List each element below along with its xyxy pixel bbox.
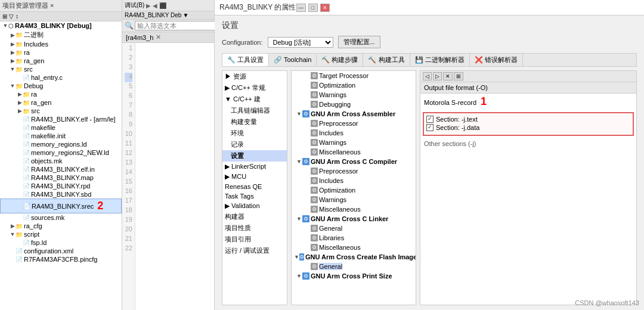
tree-item-9[interactable]: ▶📁ra	[0, 90, 122, 98]
props-btn-3[interactable]: ✕	[443, 72, 453, 80]
tree-item-7[interactable]: 📄hal_entry.c	[0, 73, 122, 82]
settings-menu-item[interactable]: 环境	[222, 128, 287, 139]
line-number-15: 15	[125, 178, 132, 187]
tree-item-25[interactable]: ▼📁script	[0, 230, 122, 238]
build-tree-item[interactable]: ⚙Miscellaneous	[292, 204, 416, 214]
section-row: Section: -j.text	[426, 116, 630, 123]
build-tree-item[interactable]: ▼⚙GNU Arm Cross C Linker	[292, 214, 416, 224]
tree-item-label: RA4M3_BLINKY.map	[31, 174, 94, 181]
build-tree-item[interactable]: ⚙Warnings	[292, 195, 416, 204]
tree-item-23[interactable]: 📄sources.mk	[0, 213, 122, 222]
tree-item-11[interactable]: ▶📁src	[0, 107, 122, 115]
props-btn-4[interactable]: ⊞	[454, 72, 463, 80]
build-tree-item[interactable]: ▼⚙GNU Arm Cross Create Flash Image	[292, 252, 416, 262]
build-tree-item[interactable]: ⚙Target Processor	[292, 71, 416, 80]
settings-menu-item[interactable]: ▶ LinkerScript	[222, 162, 287, 172]
build-tree-item[interactable]: ⚙General	[292, 224, 416, 233]
tree-item-22[interactable]: 📄RA4M3_BLINKY.srec2	[0, 199, 122, 213]
settings-menu-item[interactable]: 工具链编辑器	[222, 105, 287, 116]
tab-binary[interactable]: 💾 二进制解析器	[410, 54, 470, 66]
tree-item-15[interactable]: 📄memory_regions.ld	[0, 140, 122, 148]
tree-item-4[interactable]: ▶📁ra	[0, 48, 122, 57]
tree-item-18[interactable]: 📄RA4M3_BLINKY.elf.in	[0, 165, 122, 173]
build-tree-item[interactable]: ⚙Libraries	[292, 233, 416, 243]
tree-item-20[interactable]: 📄RA4M3_BLINKY.rpd	[0, 182, 122, 190]
settings-menu-item[interactable]: 项目性质	[222, 222, 287, 234]
tree-item-1[interactable]: ▼⬡RA4M3_BLINKY [Debug]	[0, 21, 122, 30]
toolbar-icon-1[interactable]: ⊞	[2, 13, 7, 20]
settings-menu-item[interactable]: 运行 / 调试设置	[222, 245, 287, 256]
tree-item-5[interactable]: ▶📁ra_gen	[0, 57, 122, 65]
maximize-button[interactable]: □	[308, 4, 318, 12]
props-btn-1[interactable]: ◁	[423, 72, 432, 80]
tab-buildsteps[interactable]: 🔨 构建步骤	[317, 54, 363, 66]
tree-item-17[interactable]: 📄objects.mk	[0, 157, 122, 165]
close-button[interactable]: ✕	[320, 4, 330, 12]
manage-config-button[interactable]: 管理配置...	[338, 36, 380, 48]
build-tree-item[interactable]: ▼⚙GNU Arm Cross C Compiler	[292, 157, 416, 166]
tab-close-icon[interactable]: ✕	[156, 33, 161, 41]
build-tree-item[interactable]: ⚙Optimization	[292, 80, 416, 90]
settings-menu-item[interactable]: 构建变量	[222, 116, 287, 128]
build-tree-item[interactable]: ⚙Includes	[292, 128, 416, 138]
checkbox-icon[interactable]	[426, 116, 434, 123]
tab-error[interactable]: ❌ 错误解析器	[470, 54, 523, 66]
settings-menu-item[interactable]: ▶ 资源	[222, 71, 287, 82]
toolbar-icon-3[interactable]: ↕	[16, 13, 18, 20]
build-tree-item[interactable]: ▼⚙GNU Arm Cross Assembler	[292, 109, 416, 119]
tree-item-16[interactable]: 📄memory_regions2_NEW.ld	[0, 148, 122, 157]
toolbar-btn-debug[interactable]: 调试(B)	[125, 1, 144, 10]
rtree-label: Miscellaneous	[319, 148, 361, 156]
tree-item-28[interactable]: 📄R7FA4M3AF3CFB.pincfg	[0, 255, 122, 264]
rtree-icon: ⚙	[311, 225, 318, 232]
settings-menu-item[interactable]: Renesas QE	[222, 182, 287, 191]
build-tree-item[interactable]: ⚙Miscellaneous	[292, 243, 416, 252]
tab-toolchain[interactable]: 🔗 Toolchain	[269, 54, 317, 66]
settings-menu-item[interactable]: 记录	[222, 139, 287, 150]
tab-tools[interactable]: 🔧 工具设置	[222, 54, 269, 66]
settings-menu-item[interactable]: 项目引用	[222, 234, 287, 245]
tab-buildtools[interactable]: 🔨 构建工具	[363, 54, 410, 66]
checkbox-icon[interactable]	[426, 124, 434, 131]
tree-item-13[interactable]: 📄makefile	[0, 123, 122, 132]
tree-item-14[interactable]: 📄makefile.init	[0, 132, 122, 140]
line-number-17: 17	[125, 197, 132, 206]
build-tree-item[interactable]: ⚙Includes	[292, 176, 416, 185]
build-tree-item[interactable]: ⚙Warnings	[292, 138, 416, 147]
toolbar-icon-2[interactable]: ▽	[9, 13, 14, 20]
tree-item-icon: 📄	[23, 203, 30, 209]
minimize-button[interactable]: —	[296, 4, 306, 12]
tree-item-21[interactable]: 📄RA4M3_BLINKY.sbd	[0, 190, 122, 199]
build-tree-item[interactable]: ⚙General	[292, 262, 416, 271]
settings-menu-item[interactable]: ▶ MCU	[222, 172, 287, 182]
tree-arrow: ▶	[17, 100, 23, 106]
rtree-icon: ⚙	[311, 263, 318, 270]
tree-item-2[interactable]: ▶📁二进制	[0, 30, 122, 40]
tree-item-19[interactable]: 📄RA4M3_BLINKY.map	[0, 173, 122, 182]
build-tree-item[interactable]: ⚙Debugging	[292, 100, 416, 109]
build-tree-item[interactable]: ▼⚙GNU Arm Cross Print Size	[292, 271, 416, 281]
settings-menu-item[interactable]: 构建器	[222, 211, 287, 222]
tree-item-24[interactable]: ▶📁ra_cfg	[0, 222, 122, 230]
settings-menu-item[interactable]: ▶ C/C++ 常规	[222, 82, 287, 94]
settings-menu-item[interactable]: ▼ C/C++ 建	[222, 94, 287, 105]
config-dropdown[interactable]: Debug [活动]	[268, 37, 333, 48]
settings-menu-item[interactable]: ▶ Validation	[222, 201, 287, 211]
tree-item-27[interactable]: 📄configuration.xml	[0, 247, 122, 255]
tree-item-26[interactable]: 📄fsp.ld	[0, 238, 122, 247]
build-tree-item[interactable]: ⚙Optimization	[292, 185, 416, 195]
editor-tab[interactable]: [ra4m3_h ✕	[122, 32, 214, 43]
tree-item-6[interactable]: ▼📁src	[0, 65, 122, 73]
settings-menu-item[interactable]: Task Tags	[222, 191, 287, 201]
tree-item-12[interactable]: 📄RA4M3_BLINKY.elf - [arm/le]	[0, 115, 122, 123]
tree-item-3[interactable]: ▶📁Includes	[0, 40, 122, 48]
build-tree-item[interactable]: ⚙Preprocessor	[292, 166, 416, 176]
build-tree-item[interactable]: ⚙Miscellaneous	[292, 147, 416, 157]
filter-input[interactable]	[135, 21, 222, 30]
build-tree-item[interactable]: ⚙Preprocessor	[292, 119, 416, 128]
tree-item-8[interactable]: ▼📁Debug	[0, 82, 122, 90]
settings-menu-item[interactable]: 设置	[222, 150, 287, 162]
props-btn-2[interactable]: ▷	[433, 72, 442, 80]
tree-item-10[interactable]: ▶📁ra_gen	[0, 98, 122, 107]
build-tree-item[interactable]: ⚙Warnings	[292, 90, 416, 100]
